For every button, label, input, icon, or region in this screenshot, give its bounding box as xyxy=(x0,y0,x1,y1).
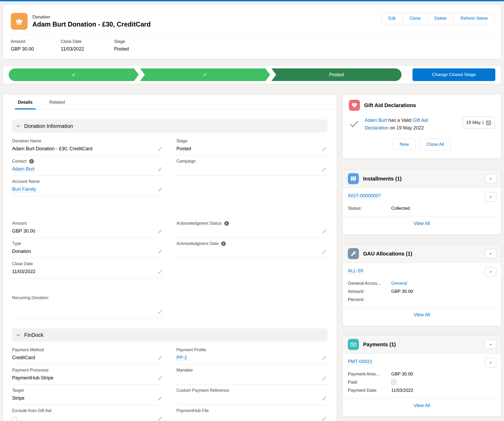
field-empty xyxy=(176,258,328,278)
gau-record-link[interactable]: ALL-59 xyxy=(348,268,363,274)
payment-method-value: CreditCard xyxy=(12,355,154,361)
edit-pencil-icon[interactable] xyxy=(322,396,327,401)
payment-record-link[interactable]: PMT-00021 xyxy=(348,359,372,365)
edit-pencil-icon[interactable] xyxy=(157,249,163,254)
payment-row-menu-button[interactable]: ▼ xyxy=(485,358,496,367)
contact-link[interactable]: Adam Burt xyxy=(12,166,34,172)
gau-row-menu-button[interactable]: ▼ xyxy=(485,267,496,277)
chevron-down-icon: ▼ xyxy=(489,270,492,273)
target-label: Target xyxy=(12,388,154,393)
installment-status-row: Status: Collected xyxy=(348,204,496,212)
chevron-down-icon: ▼ xyxy=(489,343,492,346)
field-amount: Amount GBP 30.00 xyxy=(12,218,163,238)
field-close-date: Close Date 11/03/2022 xyxy=(12,258,163,278)
gift-aid-contact-link[interactable]: Adam Burt xyxy=(365,118,387,123)
recurring-donation-value xyxy=(12,303,154,309)
field-campaign: Campaign xyxy=(176,156,328,176)
record-header-card: Donation Adam Burt Donation - £30, Credi… xyxy=(3,4,501,59)
path-stage-posted-current[interactable]: Posted xyxy=(271,68,401,81)
edit-pencil-icon[interactable] xyxy=(157,269,163,274)
tab-related[interactable]: Related xyxy=(46,100,68,109)
stage-complete-check-icon: ✓ xyxy=(72,72,76,78)
gau-view-all-link[interactable]: View All xyxy=(414,312,430,317)
installments-view-all-link[interactable]: View All xyxy=(414,221,430,226)
edit-pencil-icon[interactable] xyxy=(322,249,327,254)
exclude-from-gift-aid-checkbox[interactable] xyxy=(12,417,17,421)
edit-pencil-icon[interactable] xyxy=(322,167,327,172)
refresh-name-button[interactable]: Refresh Name xyxy=(454,13,495,24)
field-empty xyxy=(176,292,328,318)
gift-aid-statement: Adam Burt has a Valid Gift Aid Declarati… xyxy=(365,117,440,132)
banknote-icon xyxy=(348,339,359,350)
edit-pencil-icon[interactable] xyxy=(157,146,163,152)
edit-pencil-icon[interactable] xyxy=(157,229,163,234)
section-findock[interactable]: FinDock xyxy=(12,328,328,342)
record-actions-group: Edit Clone Delete Refresh Name xyxy=(381,13,495,24)
gau-card-menu-button[interactable]: ▼ xyxy=(485,249,496,258)
edit-pencil-icon[interactable] xyxy=(157,187,163,192)
info-icon[interactable] xyxy=(29,159,34,164)
edit-pencil-icon[interactable] xyxy=(322,229,327,234)
percent-label: Percent: xyxy=(348,297,391,302)
edit-pencil-icon[interactable] xyxy=(322,355,327,360)
edit-pencil-icon[interactable] xyxy=(322,375,327,381)
path-stage-1-complete[interactable]: ✓ xyxy=(9,68,139,81)
installment-record-link[interactable]: INST-00000007 xyxy=(348,193,381,199)
clone-button[interactable]: Clone xyxy=(403,13,427,24)
change-closed-stage-button[interactable]: Change Closed Stage xyxy=(413,68,495,81)
payment-profile-label: Payment Profile xyxy=(176,348,319,352)
donation-record-icon xyxy=(11,13,28,30)
edit-pencil-icon[interactable] xyxy=(157,375,163,381)
close-all-button[interactable]: Close All xyxy=(419,139,451,150)
amount-value: GBP 30.00 xyxy=(391,289,413,294)
edit-pencil-icon[interactable] xyxy=(157,416,163,421)
section-donation-information[interactable]: Donation Information xyxy=(12,119,328,133)
edit-pencil-icon[interactable] xyxy=(157,167,163,172)
edit-pencil-icon[interactable] xyxy=(322,146,327,152)
account-name-link[interactable]: Burt Family xyxy=(12,187,36,192)
summary-field-stage: Stage Posted xyxy=(114,39,129,52)
edit-pencil-icon[interactable] xyxy=(157,355,163,360)
delete-button[interactable]: Delete xyxy=(427,13,454,24)
field-custom-payment-reference: Custom Payment Reference xyxy=(176,385,328,405)
gift-aid-statement-date-text: on 19 May 2022 xyxy=(389,125,424,131)
paymenthub-file-label: PaymentHub File xyxy=(176,408,319,413)
target-value: Stripe xyxy=(12,395,154,402)
tab-details[interactable]: Details xyxy=(15,100,36,109)
gau-percent-row: Percent: xyxy=(348,295,496,304)
gift-aid-date-input[interactable]: 19 May 2022 xyxy=(463,117,495,129)
contact-label: Contact xyxy=(12,159,27,164)
payments-card-menu-button[interactable]: ▼ xyxy=(485,340,496,349)
general-account-link[interactable]: General xyxy=(391,281,407,286)
payment-profile-link[interactable]: PP-2 xyxy=(176,355,187,361)
paid-checkbox-checked: ✓ xyxy=(391,380,396,385)
info-icon[interactable] xyxy=(224,221,229,226)
payment-processor-value: PaymentHub-Stripe xyxy=(12,375,154,381)
path-stage-2-complete[interactable]: ✓ xyxy=(140,68,270,81)
edit-pencil-icon[interactable] xyxy=(157,309,163,314)
new-button[interactable]: New xyxy=(393,139,416,150)
stage-value: Posted xyxy=(176,146,319,152)
payment-amount-value: GBP 30.00 xyxy=(391,372,413,377)
payment-paid-row: Paid: ✓ xyxy=(348,378,496,386)
summary-close-date-value: 11/03/2022 xyxy=(61,46,114,52)
field-stage: Stage Posted xyxy=(176,135,328,156)
installments-card-menu-button[interactable]: ▼ xyxy=(485,174,496,183)
summary-amount-value: GBP 30.00 xyxy=(11,46,61,52)
installments-title: Installments (1) xyxy=(363,176,485,182)
field-acknowledgment-status: Acknowledgment Status xyxy=(176,218,328,238)
edit-pencil-icon[interactable] xyxy=(322,416,327,421)
stage-complete-check-icon: ✓ xyxy=(203,72,207,78)
type-label: Type xyxy=(12,241,154,246)
status-value: Collected xyxy=(391,206,410,211)
gift-aid-statement-text: has a Valid xyxy=(387,118,413,123)
payments-view-all-link[interactable]: View All xyxy=(414,403,430,408)
info-icon[interactable] xyxy=(221,241,226,246)
gau-general-account-row: General Accou... General xyxy=(348,279,496,287)
field-mandate: Mandate xyxy=(176,364,328,385)
paymenthub-file-value xyxy=(176,416,319,421)
chevron-down-icon xyxy=(16,124,21,128)
installment-row-menu-button[interactable]: ▼ xyxy=(485,192,496,202)
edit-pencil-icon[interactable] xyxy=(157,396,163,401)
edit-button[interactable]: Edit xyxy=(381,13,403,24)
